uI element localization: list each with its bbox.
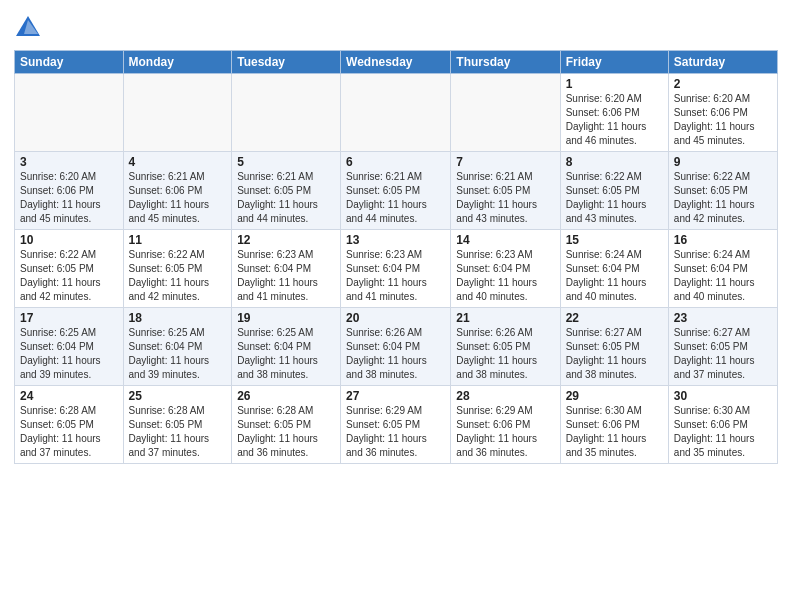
day-number: 24 bbox=[20, 389, 118, 403]
logo-icon bbox=[14, 14, 42, 42]
day-number: 7 bbox=[456, 155, 554, 169]
day-number: 1 bbox=[566, 77, 663, 91]
day-number: 21 bbox=[456, 311, 554, 325]
calendar-cell: 18Sunrise: 6:25 AM Sunset: 6:04 PM Dayli… bbox=[123, 308, 232, 386]
calendar-cell: 16Sunrise: 6:24 AM Sunset: 6:04 PM Dayli… bbox=[668, 230, 777, 308]
day-info: Sunrise: 6:24 AM Sunset: 6:04 PM Dayligh… bbox=[674, 248, 772, 304]
day-number: 2 bbox=[674, 77, 772, 91]
day-info: Sunrise: 6:28 AM Sunset: 6:05 PM Dayligh… bbox=[129, 404, 227, 460]
page: SundayMondayTuesdayWednesdayThursdayFrid… bbox=[0, 0, 792, 612]
calendar-cell: 26Sunrise: 6:28 AM Sunset: 6:05 PM Dayli… bbox=[232, 386, 341, 464]
day-info: Sunrise: 6:22 AM Sunset: 6:05 PM Dayligh… bbox=[566, 170, 663, 226]
day-info: Sunrise: 6:23 AM Sunset: 6:04 PM Dayligh… bbox=[346, 248, 445, 304]
weekday-header: Saturday bbox=[668, 51, 777, 74]
day-info: Sunrise: 6:26 AM Sunset: 6:04 PM Dayligh… bbox=[346, 326, 445, 382]
day-number: 26 bbox=[237, 389, 335, 403]
day-info: Sunrise: 6:21 AM Sunset: 6:05 PM Dayligh… bbox=[237, 170, 335, 226]
day-info: Sunrise: 6:22 AM Sunset: 6:05 PM Dayligh… bbox=[20, 248, 118, 304]
calendar-cell: 20Sunrise: 6:26 AM Sunset: 6:04 PM Dayli… bbox=[341, 308, 451, 386]
weekday-header: Friday bbox=[560, 51, 668, 74]
day-info: Sunrise: 6:21 AM Sunset: 6:05 PM Dayligh… bbox=[456, 170, 554, 226]
day-number: 23 bbox=[674, 311, 772, 325]
calendar-cell: 19Sunrise: 6:25 AM Sunset: 6:04 PM Dayli… bbox=[232, 308, 341, 386]
day-info: Sunrise: 6:20 AM Sunset: 6:06 PM Dayligh… bbox=[566, 92, 663, 148]
day-info: Sunrise: 6:23 AM Sunset: 6:04 PM Dayligh… bbox=[456, 248, 554, 304]
weekday-header: Wednesday bbox=[341, 51, 451, 74]
day-number: 25 bbox=[129, 389, 227, 403]
header bbox=[14, 10, 778, 42]
day-number: 11 bbox=[129, 233, 227, 247]
calendar-cell: 28Sunrise: 6:29 AM Sunset: 6:06 PM Dayli… bbox=[451, 386, 560, 464]
weekday-header: Sunday bbox=[15, 51, 124, 74]
day-number: 14 bbox=[456, 233, 554, 247]
calendar-cell: 4Sunrise: 6:21 AM Sunset: 6:06 PM Daylig… bbox=[123, 152, 232, 230]
day-info: Sunrise: 6:20 AM Sunset: 6:06 PM Dayligh… bbox=[20, 170, 118, 226]
day-info: Sunrise: 6:27 AM Sunset: 6:05 PM Dayligh… bbox=[674, 326, 772, 382]
day-number: 13 bbox=[346, 233, 445, 247]
calendar-cell: 10Sunrise: 6:22 AM Sunset: 6:05 PM Dayli… bbox=[15, 230, 124, 308]
calendar-cell: 30Sunrise: 6:30 AM Sunset: 6:06 PM Dayli… bbox=[668, 386, 777, 464]
day-info: Sunrise: 6:21 AM Sunset: 6:06 PM Dayligh… bbox=[129, 170, 227, 226]
calendar-cell: 2Sunrise: 6:20 AM Sunset: 6:06 PM Daylig… bbox=[668, 74, 777, 152]
day-number: 27 bbox=[346, 389, 445, 403]
calendar-cell bbox=[341, 74, 451, 152]
calendar-cell: 15Sunrise: 6:24 AM Sunset: 6:04 PM Dayli… bbox=[560, 230, 668, 308]
day-number: 6 bbox=[346, 155, 445, 169]
day-number: 16 bbox=[674, 233, 772, 247]
calendar-cell: 25Sunrise: 6:28 AM Sunset: 6:05 PM Dayli… bbox=[123, 386, 232, 464]
calendar-cell: 29Sunrise: 6:30 AM Sunset: 6:06 PM Dayli… bbox=[560, 386, 668, 464]
calendar-week-row: 3Sunrise: 6:20 AM Sunset: 6:06 PM Daylig… bbox=[15, 152, 778, 230]
calendar-week-row: 1Sunrise: 6:20 AM Sunset: 6:06 PM Daylig… bbox=[15, 74, 778, 152]
calendar-cell bbox=[123, 74, 232, 152]
day-number: 9 bbox=[674, 155, 772, 169]
calendar-cell: 21Sunrise: 6:26 AM Sunset: 6:05 PM Dayli… bbox=[451, 308, 560, 386]
calendar-cell: 1Sunrise: 6:20 AM Sunset: 6:06 PM Daylig… bbox=[560, 74, 668, 152]
day-number: 30 bbox=[674, 389, 772, 403]
calendar-cell bbox=[232, 74, 341, 152]
day-info: Sunrise: 6:29 AM Sunset: 6:06 PM Dayligh… bbox=[456, 404, 554, 460]
calendar-cell: 13Sunrise: 6:23 AM Sunset: 6:04 PM Dayli… bbox=[341, 230, 451, 308]
weekday-header: Thursday bbox=[451, 51, 560, 74]
day-number: 12 bbox=[237, 233, 335, 247]
day-number: 8 bbox=[566, 155, 663, 169]
calendar-cell bbox=[15, 74, 124, 152]
day-number: 4 bbox=[129, 155, 227, 169]
calendar-cell: 9Sunrise: 6:22 AM Sunset: 6:05 PM Daylig… bbox=[668, 152, 777, 230]
day-info: Sunrise: 6:28 AM Sunset: 6:05 PM Dayligh… bbox=[237, 404, 335, 460]
day-number: 20 bbox=[346, 311, 445, 325]
logo bbox=[14, 14, 46, 42]
weekday-header: Monday bbox=[123, 51, 232, 74]
day-info: Sunrise: 6:25 AM Sunset: 6:04 PM Dayligh… bbox=[237, 326, 335, 382]
calendar-cell: 5Sunrise: 6:21 AM Sunset: 6:05 PM Daylig… bbox=[232, 152, 341, 230]
calendar-week-row: 17Sunrise: 6:25 AM Sunset: 6:04 PM Dayli… bbox=[15, 308, 778, 386]
calendar-cell: 3Sunrise: 6:20 AM Sunset: 6:06 PM Daylig… bbox=[15, 152, 124, 230]
day-number: 3 bbox=[20, 155, 118, 169]
day-info: Sunrise: 6:29 AM Sunset: 6:05 PM Dayligh… bbox=[346, 404, 445, 460]
calendar-cell: 6Sunrise: 6:21 AM Sunset: 6:05 PM Daylig… bbox=[341, 152, 451, 230]
day-number: 19 bbox=[237, 311, 335, 325]
day-number: 15 bbox=[566, 233, 663, 247]
calendar-cell: 8Sunrise: 6:22 AM Sunset: 6:05 PM Daylig… bbox=[560, 152, 668, 230]
day-info: Sunrise: 6:22 AM Sunset: 6:05 PM Dayligh… bbox=[674, 170, 772, 226]
calendar-header-row: SundayMondayTuesdayWednesdayThursdayFrid… bbox=[15, 51, 778, 74]
calendar-cell: 17Sunrise: 6:25 AM Sunset: 6:04 PM Dayli… bbox=[15, 308, 124, 386]
day-info: Sunrise: 6:25 AM Sunset: 6:04 PM Dayligh… bbox=[20, 326, 118, 382]
calendar-week-row: 24Sunrise: 6:28 AM Sunset: 6:05 PM Dayli… bbox=[15, 386, 778, 464]
day-info: Sunrise: 6:25 AM Sunset: 6:04 PM Dayligh… bbox=[129, 326, 227, 382]
calendar-cell: 11Sunrise: 6:22 AM Sunset: 6:05 PM Dayli… bbox=[123, 230, 232, 308]
day-info: Sunrise: 6:22 AM Sunset: 6:05 PM Dayligh… bbox=[129, 248, 227, 304]
day-info: Sunrise: 6:28 AM Sunset: 6:05 PM Dayligh… bbox=[20, 404, 118, 460]
day-number: 29 bbox=[566, 389, 663, 403]
day-info: Sunrise: 6:20 AM Sunset: 6:06 PM Dayligh… bbox=[674, 92, 772, 148]
calendar-cell: 14Sunrise: 6:23 AM Sunset: 6:04 PM Dayli… bbox=[451, 230, 560, 308]
day-number: 18 bbox=[129, 311, 227, 325]
calendar-cell bbox=[451, 74, 560, 152]
weekday-header: Tuesday bbox=[232, 51, 341, 74]
day-number: 22 bbox=[566, 311, 663, 325]
day-number: 28 bbox=[456, 389, 554, 403]
calendar-cell: 7Sunrise: 6:21 AM Sunset: 6:05 PM Daylig… bbox=[451, 152, 560, 230]
day-number: 10 bbox=[20, 233, 118, 247]
day-number: 5 bbox=[237, 155, 335, 169]
calendar-table: SundayMondayTuesdayWednesdayThursdayFrid… bbox=[14, 50, 778, 464]
calendar-cell: 12Sunrise: 6:23 AM Sunset: 6:04 PM Dayli… bbox=[232, 230, 341, 308]
